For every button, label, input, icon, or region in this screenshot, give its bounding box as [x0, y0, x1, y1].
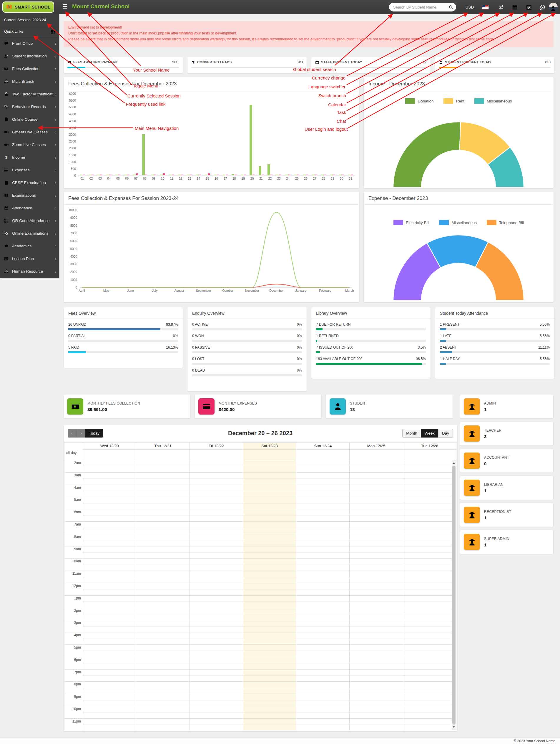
calendar-hour-cell[interactable]	[349, 608, 403, 620]
sidebar-item-human-resource[interactable]: Human Resource‹	[0, 265, 59, 277]
calendar-hour-cell[interactable]	[296, 620, 349, 632]
calendar-hour-cell[interactable]	[349, 460, 403, 472]
search-input[interactable]	[393, 5, 449, 9]
calendar-hour-cell[interactable]	[243, 497, 296, 509]
calendar-day-header[interactable]: Mon 12/25	[349, 443, 403, 450]
scrollbar-thumb[interactable]	[452, 466, 455, 724]
calendar-hour-cell[interactable]	[83, 473, 136, 485]
calendar-hour-cell[interactable]	[136, 632, 189, 644]
bar-day-20[interactable]	[247, 105, 256, 175]
sidebar-item-qr-code-attendance[interactable]: QR Code Attendance‹	[0, 214, 59, 227]
sidebar-item-academics[interactable]: Academics‹	[0, 240, 59, 252]
calendar-hour-cell[interactable]	[349, 473, 403, 485]
bar-day-10[interactable]	[158, 174, 167, 175]
legend-item[interactable]: Telephone Bill	[487, 220, 524, 225]
calendar-hour-cell[interactable]	[83, 694, 136, 706]
calendar-hour-cell[interactable]	[403, 485, 456, 497]
calendar-hour-cell[interactable]	[243, 596, 296, 608]
calendar-hour-cell[interactable]	[349, 547, 403, 559]
bar-day-15[interactable]	[203, 174, 211, 175]
calendar-hour-cell[interactable]	[403, 670, 456, 681]
calendar-hour-cell[interactable]	[243, 522, 296, 534]
sidebar-item-front-office[interactable]: Front Office‹	[0, 37, 59, 50]
calendar-hour-cell[interactable]	[243, 583, 296, 595]
student-search-box[interactable]	[389, 3, 456, 11]
calendar-hour-cell[interactable]	[83, 632, 136, 644]
calendar-hour-cell[interactable]	[243, 534, 296, 546]
calendar-hour-cell[interactable]	[136, 583, 189, 595]
calendar-hour-cell[interactable]	[190, 485, 243, 497]
calendar-hour-cell[interactable]	[83, 670, 136, 681]
sidebar-item-online-examinations[interactable]: Online Examinations‹	[0, 227, 59, 240]
calendar-hour-cell[interactable]	[349, 583, 403, 595]
calendar-hour-cell[interactable]	[403, 632, 456, 644]
calendar-hour-cell[interactable]	[190, 596, 243, 608]
bar-day-03[interactable]	[96, 175, 105, 175]
calendar-view-day[interactable]: Day	[438, 429, 453, 438]
sidebar-item-behaviour-records[interactable]: Behaviour Records‹	[0, 100, 59, 113]
calendar-hour-cell[interactable]	[296, 473, 349, 485]
bar-day-01[interactable]	[78, 175, 86, 175]
calendar-allday-cell[interactable]	[403, 450, 456, 460]
calendar-hour-cell[interactable]	[403, 681, 456, 694]
calendar-hour-cell[interactable]	[296, 485, 349, 497]
calendar-hour-cell[interactable]	[136, 706, 189, 718]
calendar-hour-cell[interactable]	[349, 670, 403, 681]
calendar-hour-cell[interactable]	[349, 534, 403, 546]
calendar-hour-cell[interactable]	[296, 719, 349, 731]
calendar-hour-cell[interactable]	[190, 608, 243, 620]
sidebar-item-lesson-plan[interactable]: Lesson Plan‹	[0, 252, 59, 265]
sidebar-item-student-information[interactable]: Student Information‹	[0, 50, 59, 63]
calendar-hour-cell[interactable]	[296, 509, 349, 521]
calendar-hour-cell[interactable]	[296, 547, 349, 559]
calendar-hour-cell[interactable]	[403, 509, 456, 521]
calendar-hour-cell[interactable]	[349, 657, 403, 669]
calendar-hour-cell[interactable]	[190, 657, 243, 669]
bar-day-29[interactable]	[328, 175, 337, 175]
calendar-hour-cell[interactable]	[296, 534, 349, 546]
calendar-hour-cell[interactable]	[190, 460, 243, 472]
bar-day-30[interactable]	[337, 175, 346, 175]
calendar-hour-cell[interactable]	[403, 583, 456, 595]
calendar-hour-cell[interactable]	[83, 547, 136, 559]
calendar-hour-cell[interactable]	[83, 681, 136, 694]
calendar-hour-cell[interactable]	[349, 596, 403, 608]
calendar-hour-cell[interactable]	[83, 534, 136, 546]
bar-day-08[interactable]	[141, 134, 149, 175]
scroll-up-icon[interactable]: ▲	[452, 461, 456, 465]
calendar-hour-cell[interactable]	[296, 645, 349, 657]
calendar-hour-cell[interactable]	[243, 694, 296, 706]
calendar-hour-cell[interactable]	[403, 620, 456, 632]
bar-day-28[interactable]	[319, 175, 328, 175]
calendar-hour-cell[interactable]	[83, 571, 136, 583]
summary-card-monthly-fees-collection[interactable]: MONTHLY FEES COLLECTION$9,691.00	[64, 395, 190, 418]
calendar-hour-cell[interactable]	[190, 559, 243, 570]
sidebar-item-cbse-examination[interactable]: CBSE Examination‹	[0, 176, 59, 189]
calendar-view-month[interactable]: Month	[402, 429, 421, 438]
calendar-hour-cell[interactable]	[136, 719, 189, 731]
sidebar-item-online-course[interactable]: Online Course‹	[0, 113, 59, 126]
calendar-hour-cell[interactable]	[190, 719, 243, 731]
calendar-allday-cell[interactable]	[190, 450, 243, 460]
calendar-hour-cell[interactable]	[296, 559, 349, 570]
legend-item[interactable]: Donation	[405, 98, 434, 104]
calendar-hour-cell[interactable]	[349, 645, 403, 657]
calendar-hour-cell[interactable]	[349, 719, 403, 731]
calendar-hour-cell[interactable]	[83, 608, 136, 620]
menu-toggle-button[interactable]: ☰	[63, 3, 68, 10]
user-avatar[interactable]	[549, 0, 558, 14]
calendar-hour-cell[interactable]	[296, 670, 349, 681]
calendar-hour-cell[interactable]	[136, 620, 189, 632]
income-donut-chart[interactable]	[391, 119, 526, 188]
calendar-hour-cell[interactable]	[190, 547, 243, 559]
calendar-hour-cell[interactable]	[349, 632, 403, 644]
bar-day-04[interactable]	[105, 175, 113, 175]
calendar-hour-cell[interactable]	[243, 473, 296, 485]
calendar-allday-cell[interactable]	[83, 450, 136, 460]
scroll-down-icon[interactable]: ▼	[452, 725, 456, 730]
expense-donut-chart[interactable]	[391, 233, 526, 301]
calendar-allday-cell[interactable]	[136, 450, 189, 460]
bar-day-19[interactable]	[239, 175, 247, 175]
calendar-hour-cell[interactable]	[136, 608, 189, 620]
branch-switch-icon[interactable]	[497, 0, 505, 14]
